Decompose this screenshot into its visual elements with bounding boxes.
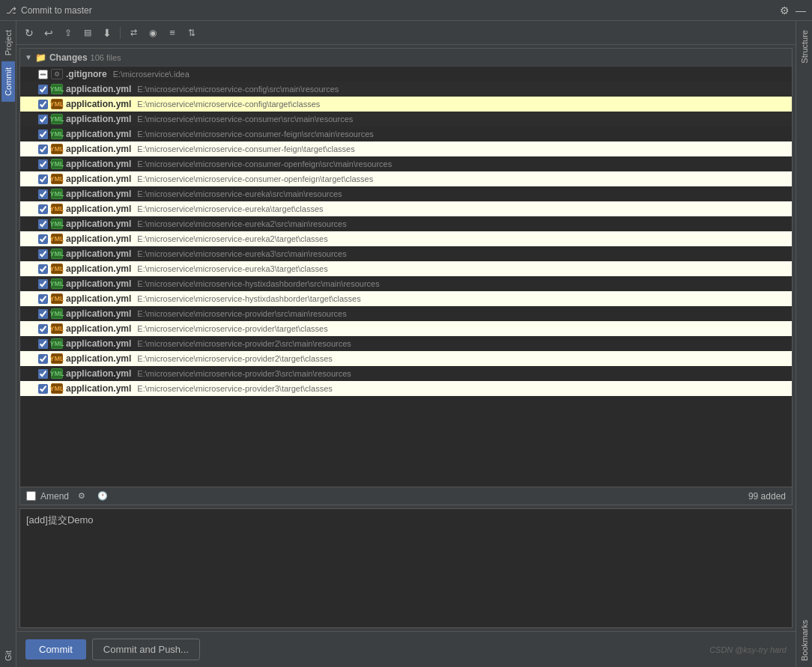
view-button[interactable]: ◉	[145, 25, 161, 41]
file-checkbox[interactable]	[38, 249, 48, 259]
file-list-item[interactable]: YMLapplication.ymlE:\microservice\micros…	[20, 366, 792, 381]
file-checkbox[interactable]	[38, 130, 48, 139]
amend-checkbox[interactable]	[26, 491, 36, 501]
file-list-item[interactable]: YMLapplication.ymlE:\microservice\micros…	[20, 97, 792, 112]
settings-button[interactable]: ⚙	[780, 4, 790, 16]
file-checkbox[interactable]	[38, 324, 48, 334]
file-path: E:\microservice\microservice-provider3\s…	[137, 369, 351, 378]
file-type-icon: YML	[51, 219, 63, 229]
file-checkbox[interactable]	[38, 384, 48, 394]
file-checkbox[interactable]	[38, 85, 48, 94]
minimize-button[interactable]: —	[796, 4, 806, 16]
file-type-icon: ⚙	[51, 69, 63, 79]
file-list-item[interactable]: YMLapplication.ymlE:\microservice\micros…	[20, 186, 792, 201]
file-checkbox[interactable]	[38, 70, 48, 79]
file-checkbox[interactable]	[38, 159, 48, 169]
file-name: .gitignore	[66, 69, 107, 79]
sidebar-item-structure[interactable]: Structure	[798, 24, 811, 70]
title-bar-title: Commit to master	[21, 5, 92, 16]
file-type-icon: YML	[51, 308, 63, 319]
diff-button[interactable]: ▤	[79, 25, 96, 41]
file-list-item[interactable]: YMLapplication.ymlE:\microservice\micros…	[20, 276, 792, 291]
move-button[interactable]: ⇄	[125, 25, 142, 41]
filter-button[interactable]: ≡	[164, 25, 181, 41]
right-side-tabs: Structure Bookmarks	[796, 21, 812, 667]
file-list-panel: ▼ 📁 Changes 106 files ⚙.gitignoreE:\micr…	[19, 48, 793, 505]
file-name: application.yml	[66, 308, 131, 319]
file-name: application.yml	[66, 129, 131, 139]
file-checkbox[interactable]	[38, 219, 48, 229]
file-checkbox[interactable]	[38, 354, 48, 364]
file-checkbox[interactable]	[38, 369, 48, 379]
content-area: ↻ ↩ ⇪ ▤ ⬇ ⇄ ◉ ≡ ⇅ ▼ 📁 Changes 106 files …	[16, 21, 796, 667]
expand-arrow[interactable]: ▼	[25, 53, 32, 61]
commit-message-input[interactable]	[20, 509, 792, 627]
file-checkbox[interactable]	[38, 100, 48, 109]
file-list-item[interactable]: YMLapplication.ymlE:\microservice\micros…	[20, 306, 792, 321]
file-list-status-bar: Amend ⚙ 🕐 99 added	[20, 487, 792, 505]
file-name: application.yml	[66, 219, 131, 229]
file-list-item[interactable]: YMLapplication.ymlE:\microservice\micros…	[20, 351, 792, 366]
file-name: application.yml	[66, 278, 131, 289]
amend-label: Amend	[40, 491, 69, 502]
file-checkbox[interactable]	[38, 294, 48, 304]
changes-label: Changes	[49, 52, 88, 63]
file-list-item[interactable]: YMLapplication.ymlE:\microservice\micros…	[20, 261, 792, 276]
file-path: E:\microservice\microservice-eureka2\tar…	[137, 234, 327, 243]
file-name: application.yml	[66, 204, 131, 214]
file-checkbox[interactable]	[38, 204, 48, 214]
file-type-icon: YML	[51, 144, 63, 154]
sidebar-item-project[interactable]: Project	[1, 24, 15, 61]
file-list-item[interactable]: YMLapplication.ymlE:\microservice\micros…	[20, 141, 792, 156]
file-type-icon: YML	[51, 293, 63, 304]
file-type-icon: YML	[51, 129, 63, 139]
file-list-item[interactable]: YMLapplication.ymlE:\microservice\micros…	[20, 156, 792, 171]
commit-button[interactable]: Commit	[25, 639, 86, 660]
file-checkbox[interactable]	[38, 264, 48, 274]
file-list-item[interactable]: YMLapplication.ymlE:\microservice\micros…	[20, 231, 792, 246]
main-layout: Project Commit Git ↻ ↩ ⇪ ▤ ⬇ ⇄ ◉ ≡ ⇅ ▼ 📁…	[0, 21, 812, 667]
file-list-item[interactable]: YMLapplication.ymlE:\microservice\micros…	[20, 246, 792, 261]
download-button[interactable]: ⬇	[99, 25, 115, 41]
file-type-icon: YML	[51, 323, 63, 334]
file-type-icon: YML	[51, 353, 63, 364]
sidebar-item-bookmarks[interactable]: Bookmarks	[798, 614, 811, 667]
shelve-button[interactable]: ⇪	[60, 25, 76, 41]
file-name: application.yml	[66, 114, 131, 124]
file-list-item[interactable]: YMLapplication.ymlE:\microservice\micros…	[20, 321, 792, 336]
file-path: E:\microservice\microservice-eureka\src\…	[137, 189, 342, 198]
file-checkbox[interactable]	[38, 115, 48, 124]
file-type-icon: YML	[51, 204, 63, 214]
file-path: E:\microservice\microservice-eureka2\src…	[137, 219, 346, 228]
file-checkbox[interactable]	[38, 279, 48, 289]
commit-and-push-button[interactable]: Commit and Push...	[92, 639, 200, 660]
toolbar: ↻ ↩ ⇪ ▤ ⬇ ⇄ ◉ ≡ ⇅	[16, 21, 796, 45]
amend-history-button[interactable]: 🕐	[94, 488, 111, 505]
file-checkbox[interactable]	[38, 309, 48, 319]
sidebar-item-git[interactable]: Git	[1, 645, 15, 667]
file-list-item[interactable]: ⚙.gitignoreE:\microservice\.idea	[20, 67, 792, 82]
file-name: application.yml	[66, 353, 131, 364]
file-list-item[interactable]: YMLapplication.ymlE:\microservice\micros…	[20, 112, 792, 127]
sort-button[interactable]: ⇅	[184, 25, 200, 41]
file-list-item[interactable]: YMLapplication.ymlE:\microservice\micros…	[20, 127, 792, 141]
refresh-button[interactable]: ↻	[21, 25, 37, 41]
file-list-item[interactable]: YMLapplication.ymlE:\microservice\micros…	[20, 291, 792, 306]
file-list-item[interactable]: YMLapplication.ymlE:\microservice\micros…	[20, 171, 792, 186]
file-list-item[interactable]: YMLapplication.ymlE:\microservice\micros…	[20, 381, 792, 396]
file-list-item[interactable]: YMLapplication.ymlE:\microservice\micros…	[20, 216, 792, 231]
file-list-item[interactable]: YMLapplication.ymlE:\microservice\micros…	[20, 201, 792, 216]
file-checkbox[interactable]	[38, 339, 48, 349]
file-name: application.yml	[66, 159, 131, 169]
file-list-item[interactable]: YMLapplication.ymlE:\microservice\micros…	[20, 336, 792, 351]
amend-settings-button[interactable]: ⚙	[73, 488, 90, 505]
sidebar-item-commit[interactable]: Commit	[1, 61, 15, 102]
file-checkbox[interactable]	[38, 174, 48, 184]
file-checkbox[interactable]	[38, 144, 48, 154]
file-name: application.yml	[66, 84, 131, 94]
file-checkbox[interactable]	[38, 189, 48, 199]
file-list-item[interactable]: YMLapplication.ymlE:\microservice\micros…	[20, 82, 792, 97]
undo-button[interactable]: ↩	[40, 25, 57, 41]
file-path: E:\microservice\microservice-consumer-fe…	[137, 144, 354, 153]
file-checkbox[interactable]	[38, 234, 48, 244]
